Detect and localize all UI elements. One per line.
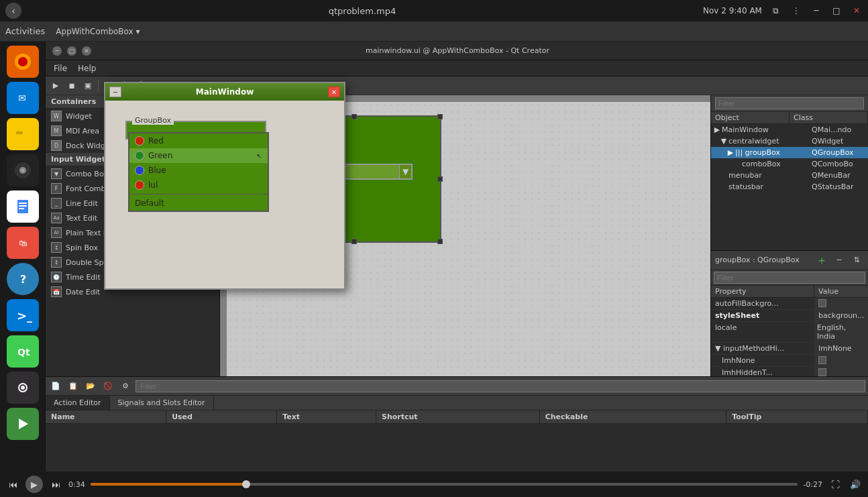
tree-row-groupbox[interactable]: ▶ ||| groupBox QGroupBox: [711, 147, 868, 158]
progress-bar[interactable]: [91, 483, 798, 486]
dialog-minimize-btn[interactable]: ─: [109, 87, 121, 97]
wm-maximize-btn[interactable]: □: [67, 46, 76, 56]
taskbar-activities[interactable]: Activities: [5, 26, 45, 36]
property-panel: groupBox : QGroupBox + ─ ⇅: [711, 251, 868, 377]
widget-icon-mdi: M: [51, 125, 62, 136]
sidebar-icon-play[interactable]: [7, 408, 39, 440]
sidebar-icon-rhythmbox[interactable]: [7, 154, 39, 186]
minimize-icon[interactable]: ─: [810, 5, 822, 17]
taskbar-app-name[interactable]: AppWithComboBox ▾: [56, 27, 140, 36]
sidebar-icon-help[interactable]: ?: [7, 263, 39, 295]
sidebar-icon-firefox[interactable]: [7, 46, 39, 78]
tree-row-statusbar[interactable]: statusbar QStatusBar: [711, 181, 868, 192]
widget-icon-dateedit: 📅: [51, 286, 62, 297]
sidebar-icon-thunderbird[interactable]: ✉: [7, 82, 39, 114]
wm-close-btn[interactable]: ✕: [82, 46, 91, 56]
prop-add-btn[interactable]: +: [814, 253, 829, 268]
prop-checkbox-imhnone[interactable]: [818, 356, 826, 364]
topbar: ‹ qtproblem.mp4 Nov 2 9:40 AM ⧉ ⋮ ─ □ ✕: [0, 0, 868, 21]
tree-row-menubar[interactable]: menubar QMenuBar: [711, 170, 868, 181]
prop-row-imhnone[interactable]: ImhNone: [711, 355, 868, 367]
menu-help[interactable]: Help: [72, 60, 101, 76]
action-icon-3[interactable]: 📂: [83, 379, 98, 394]
action-icon-5[interactable]: ⚙: [118, 379, 133, 394]
dropdown-item-lul[interactable]: lul: [129, 178, 268, 192]
toolbar-icon-3[interactable]: ▣: [80, 78, 95, 93]
resize-handle-br[interactable]: [437, 239, 443, 244]
tree-cell-mainwindow-class: QMai...ndo: [812, 125, 865, 134]
menu-file[interactable]: File: [48, 60, 72, 76]
resize-handle-mr[interactable]: [437, 176, 443, 182]
right-panel: Object Class ▶ MainWindow QMai...ndo: [710, 95, 868, 376]
sidebar-icon-docs[interactable]: [7, 190, 39, 223]
prop-value-inputmethodhi[interactable]: ImhNone: [814, 343, 868, 354]
bottom-filter-input[interactable]: [135, 380, 865, 392]
back-button[interactable]: ‹: [5, 3, 21, 19]
action-icon-4[interactable]: 🚫: [101, 379, 115, 394]
filter-input[interactable]: [715, 97, 864, 109]
property-filter-input[interactable]: [714, 272, 865, 284]
dropdown-item-red[interactable]: Red: [129, 133, 268, 148]
app-sidebar: ✉ 🛍 ? >_ Qt: [0, 42, 46, 497]
prop-value-imhnone[interactable]: [814, 355, 868, 366]
sidebar-icon-qtcreator[interactable]: Qt: [7, 335, 39, 368]
maximize-icon[interactable]: □: [830, 5, 843, 17]
prop-value-locale[interactable]: English, India: [814, 322, 868, 342]
close-icon[interactable]: ✕: [851, 5, 863, 17]
dropdown-item-blue[interactable]: Blue: [129, 163, 268, 178]
topbar-right: Nov 2 9:40 AM ⧉ ⋮ ─ □ ✕: [703, 5, 863, 17]
color-dot-red: [135, 136, 144, 146]
tab-action-editor[interactable]: Action Editor: [46, 396, 110, 410]
vp-play-btn[interactable]: ▶: [25, 476, 43, 493]
widget-icon-spinbox: ↕: [51, 242, 62, 253]
prop-value-imhhiddent[interactable]: [814, 367, 868, 377]
tree-row-centralwidget[interactable]: ▼ centralwidget QWidget: [711, 135, 868, 147]
tree-row-combobox[interactable]: comboBox QComboBo: [711, 158, 868, 170]
sidebar-icon-obs[interactable]: [7, 372, 39, 404]
prop-row-imhhiddent[interactable]: ImhHiddenT...: [711, 367, 868, 377]
sidebar-icon-shopping[interactable]: 🛍: [7, 227, 39, 259]
vp-volume-btn[interactable]: 🔊: [848, 477, 863, 492]
svg-rect-12: [19, 208, 24, 209]
prop-row-autofill[interactable]: autoFillBackgro...: [711, 298, 868, 310]
dropdown-item-green[interactable]: Green ↖: [129, 148, 268, 163]
vp-prev-btn[interactable]: ⏮: [5, 477, 20, 492]
tab-signals-slots[interactable]: Signals and Slots Editor: [110, 396, 214, 410]
dropdown-separator: [129, 194, 268, 195]
pip-icon[interactable]: ⧉: [770, 5, 782, 17]
svg-rect-5: [16, 131, 23, 134]
sidebar-icon-files[interactable]: [7, 118, 39, 150]
prop-row-inputmethodhi[interactable]: ▼ inputMethodHi... ImhNone: [711, 343, 868, 355]
action-icon-1[interactable]: 📄: [48, 379, 63, 394]
vp-next-btn[interactable]: ⏭: [48, 477, 63, 492]
prop-value-autofill[interactable]: [814, 298, 868, 309]
prop-checkbox-imhhiddent[interactable]: [818, 368, 826, 376]
prop-remove-btn[interactable]: ─: [832, 253, 847, 268]
bottom-toolbar: 📄 📋 📂 🚫 ⚙: [46, 377, 868, 396]
vp-fullscreen-btn[interactable]: ⛶: [828, 477, 843, 492]
resize-handle-bc[interactable]: [351, 239, 357, 244]
combobox-arrow-btn[interactable]: ▼: [399, 165, 411, 178]
action-icon-2[interactable]: 📋: [66, 379, 80, 394]
prop-value-stylesheet[interactable]: backgroun...: [814, 310, 868, 321]
resize-handle-tc[interactable]: [351, 114, 357, 119]
action-col-shortcut: Shortcut: [376, 410, 540, 424]
dialog-close-btn[interactable]: ✕: [328, 87, 340, 97]
toolbar-icon-1[interactable]: ▶: [48, 78, 63, 93]
sidebar-icon-vscode[interactable]: >_: [7, 299, 39, 331]
progress-thumb[interactable]: [242, 480, 250, 488]
prop-checkbox-autofill[interactable]: [818, 299, 826, 307]
prop-row-locale[interactable]: locale English, India: [711, 322, 868, 343]
widget-label-dateedit: Date Edit: [66, 288, 100, 296]
tree-row-mainwindow[interactable]: ▶ MainWindow QMai...ndo: [711, 124, 868, 135]
prop-sort-btn[interactable]: ⇅: [849, 253, 864, 268]
tree-cell-mainwindow-name: MainWindow: [722, 125, 810, 134]
prop-row-stylesheet[interactable]: styleSheet backgroun...: [711, 310, 868, 322]
dropdown-item-default[interactable]: Default: [129, 196, 268, 211]
groupbox-title: GroupBox: [132, 116, 174, 125]
resize-handle-tr[interactable]: [437, 114, 443, 119]
menu-icon[interactable]: ⋮: [790, 5, 802, 17]
wm-minimize-btn[interactable]: ─: [52, 46, 62, 56]
time-current: 0:34: [68, 480, 85, 489]
toolbar-icon-2[interactable]: ◼: [64, 78, 79, 93]
